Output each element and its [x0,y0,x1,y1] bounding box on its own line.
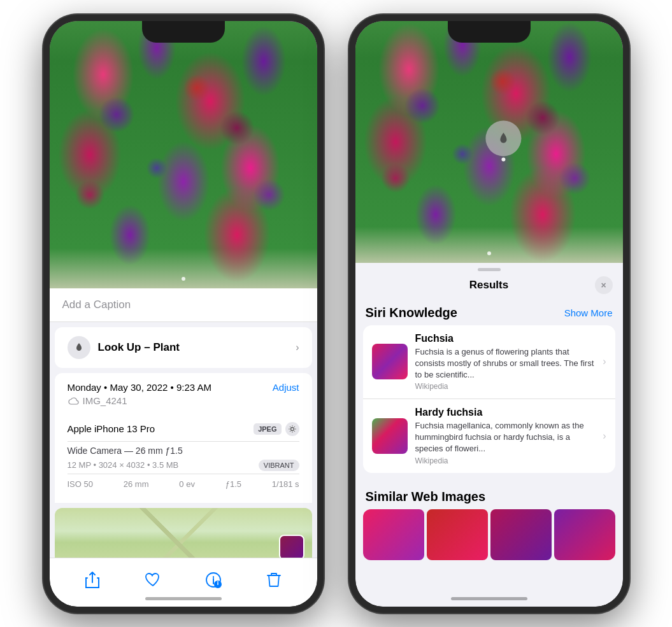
knowledge-card: Fuchsia Fuchsia is a genus of flowering … [363,325,615,473]
similar-img-1[interactable] [363,509,424,560]
lookup-label: Look Up – Plant [98,341,180,354]
delete-button[interactable] [260,566,288,594]
exif-exposure: 0 ev [179,479,195,489]
lens-info: Wide Camera — 26 mm ƒ1.5 [68,442,299,457]
exif-row: ISO 50 26 mm 0 ev ƒ1.5 1/181 s [68,474,299,494]
specs-label: 12 MP • 3024 × 4032 • 3.5 MB [68,460,179,470]
home-indicator-right [451,597,527,600]
lookup-row[interactable]: Look Up – Plant › [55,327,312,368]
favorite-button[interactable] [139,566,167,594]
fuchsia-source: Wikipedia [415,382,599,391]
left-phone: Add a Caption Look Up – Plant › [43,15,324,613]
hardy-source: Wikipedia [415,456,599,465]
fuchsia-thumbnail [372,344,408,379]
filename-label: IMG_4241 [83,395,127,406]
similar-img-2[interactable] [427,509,488,560]
fuchsia-desc: Fuchsia is a genus of flowering plants t… [415,346,599,381]
caption-placeholder[interactable]: Add a Caption [62,299,131,311]
exif-shutter: 1/181 s [272,479,299,489]
photo-page-dot-right [487,251,491,255]
caption-area[interactable]: Add a Caption [50,288,317,322]
visual-lookup-button[interactable] [485,120,521,156]
results-header: Results × [355,271,623,299]
camera-settings-icon[interactable] [285,422,299,436]
results-content: Siri Knowledge Show More Fuchsia Fuchsia… [355,299,623,607]
fuchsia-name: Fuchsia [415,333,599,344]
info-button[interactable] [199,566,227,594]
adjust-button[interactable]: Adjust [273,382,299,393]
format-badge: JPEG [254,423,281,435]
hardy-thumbnail [372,418,408,454]
similar-header: Similar Web Images [363,483,615,509]
photo-info-panel: Add a Caption Look Up – Plant › [50,288,317,558]
date-label: Monday • May 30, 2022 • 9:23 AM [68,382,211,393]
similar-images-row [363,509,615,560]
exif-aperture: ƒ1.5 [225,479,241,489]
photo-area-left[interactable] [50,21,317,288]
results-close-button[interactable]: × [595,276,613,294]
photo-area-right[interactable] [355,21,623,263]
exif-iso: ISO 50 [68,479,93,489]
exif-focal: 26 mm [124,479,149,489]
hardy-desc: Fuchsia magellanica, commonly known as t… [415,420,599,455]
share-button[interactable] [78,566,106,594]
results-panel: Results × Siri Knowledge Show More [355,263,623,607]
svg-point-3 [217,581,218,582]
lookup-chevron-icon: › [296,342,299,353]
date-section: Monday • May 30, 2022 • 9:23 AM Adjust I… [55,373,312,411]
right-phone: Results × Siri Knowledge Show More [349,15,629,613]
phones-container: Add a Caption Look Up – Plant › [31,2,642,626]
camera-info-section: Apple iPhone 13 Pro JPEG [55,411,312,503]
home-indicator [145,597,222,600]
map-area[interactable] [55,508,312,558]
siri-knowledge-header: Siri Knowledge Show More [363,299,615,325]
visual-lookup-icon [68,336,90,359]
knowledge-item-fuchsia[interactable]: Fuchsia Fuchsia is a genus of flowering … [363,325,615,400]
hardy-chevron-icon: › [603,430,606,442]
knowledge-item-hardy[interactable]: Hardy fuchsia Fuchsia magellanica, commo… [363,399,615,473]
camera-model: Apple iPhone 13 Pro [68,423,155,434]
lookup-dot [501,157,505,161]
style-badge: VIBRANT [259,460,299,471]
map-pin-thumbnail [279,535,304,558]
results-title: Results [469,279,508,292]
svg-point-0 [290,427,294,430]
siri-knowledge-title: Siri Knowledge [366,306,457,320]
similar-title: Similar Web Images [366,490,486,504]
fuchsia-text: Fuchsia Fuchsia is a genus of flowering … [415,333,599,391]
hardy-text: Hardy fuchsia Fuchsia magellanica, commo… [415,407,599,465]
fuchsia-chevron-icon: › [603,356,606,367]
show-more-button[interactable]: Show More [564,307,613,318]
similar-section: Similar Web Images [363,483,615,560]
photo-page-dot [182,277,185,281]
similar-img-3[interactable] [490,509,552,560]
similar-img-4[interactable] [554,509,615,560]
hardy-name: Hardy fuchsia [415,407,599,418]
